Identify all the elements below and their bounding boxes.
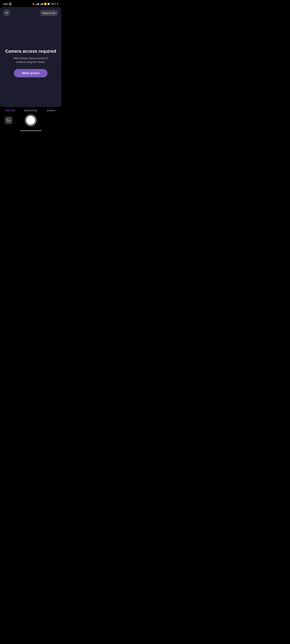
close-icon: ✕ xyxy=(6,12,8,14)
status-left: 4:51 · xyxy=(3,2,13,5)
ways-to-use-button[interactable]: Ways to use xyxy=(40,10,58,16)
tab-scan-n[interactable]: SCAN N xyxy=(41,109,61,112)
capture-button[interactable] xyxy=(25,114,36,126)
home-indicator xyxy=(0,129,61,133)
content-area: Camera access required Allow Simple came… xyxy=(0,19,61,107)
close-button[interactable]: ✕ xyxy=(3,10,10,16)
capture-inner-circle xyxy=(26,116,35,125)
status-right: 🔕 📶 40% xyxy=(32,3,58,5)
bottom-controls xyxy=(0,113,61,129)
status-time: 4:51 xyxy=(3,3,8,5)
camera-required-title: Camera access required xyxy=(5,48,56,54)
green-dot-indicator xyxy=(57,3,58,4)
main-screen: ✕ Ways to use Camera access required All… xyxy=(0,7,61,107)
battery-percent: 40% xyxy=(52,3,56,5)
wifi-icon: 📶 xyxy=(44,3,47,5)
status-dot-label: · xyxy=(12,3,13,5)
signal-bars-2 xyxy=(40,3,43,5)
battery-container: 40% xyxy=(48,3,56,5)
battery-icon xyxy=(48,3,52,5)
svg-point-1 xyxy=(8,119,8,120)
tab-scan-food[interactable]: SCAN FOOD xyxy=(20,109,41,112)
mute-icon: 🔕 xyxy=(32,3,35,5)
camera-indicator-icon xyxy=(9,2,12,5)
status-bar: 4:51 · 🔕 📶 40% xyxy=(0,0,61,7)
gallery-button[interactable] xyxy=(5,116,12,124)
allow-access-button[interactable]: Allow access xyxy=(14,69,47,77)
header: ✕ Ways to use xyxy=(0,7,61,19)
signal-bars-1 xyxy=(36,3,39,5)
tab-ask-avo[interactable]: ASK AVO xyxy=(0,109,20,112)
camera-required-description: Allow Simple camera access to continue u… xyxy=(9,56,53,64)
home-bar xyxy=(20,130,42,131)
tab-bar: ASK AVO SCAN FOOD SCAN N xyxy=(0,107,61,113)
bottom-area: ASK AVO SCAN FOOD SCAN N xyxy=(0,107,61,133)
gallery-icon xyxy=(6,118,11,122)
